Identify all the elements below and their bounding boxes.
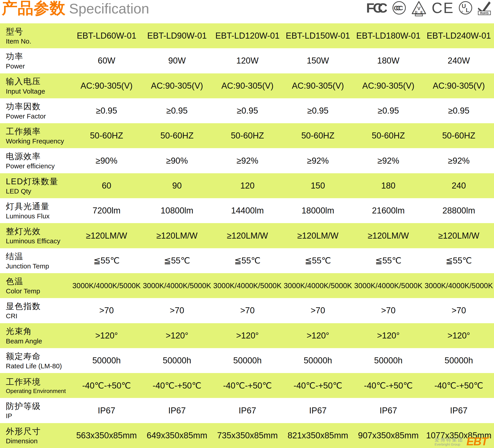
row-label-cn: 外形尺寸 <box>6 426 71 437</box>
spec-value-cell: AC:90-305(V) <box>353 81 424 91</box>
spec-value-cell: 50000h <box>142 356 212 365</box>
spec-value-cell: -40℃-+50℃ <box>283 381 353 391</box>
ul-icon: U L ® <box>458 1 472 16</box>
row-label: 电源效率Power efficiency <box>0 151 71 170</box>
spec-value-cell: 50000h <box>424 356 494 365</box>
row-label-en: Luminous Efficacy <box>6 237 71 245</box>
registered-mark: ® <box>488 435 490 439</box>
row-label-en: Working Frequency <box>6 137 71 145</box>
company-name-cn: 爱博特集团 <box>434 437 464 442</box>
spec-value-cell: 50-60HZ <box>424 131 494 141</box>
spec-value-cell: ≥120LM/W <box>424 231 494 241</box>
spec-table: 型号Item No.EBT-LD60W-01EBT-LD90W-01EBT-LD… <box>0 23 494 448</box>
spec-value-cell: >120° <box>142 331 212 341</box>
spec-value-cell: -40℃-+50℃ <box>424 381 494 391</box>
spec-value-cell: 50000h <box>71 356 142 365</box>
spec-value-cell: ≥0.95 <box>71 106 142 115</box>
spec-value-cell: EBT-LD90W-01 <box>142 31 212 41</box>
row-label-en: Dimension <box>6 437 71 445</box>
spec-value-cell: 60W <box>71 56 142 65</box>
spec-value-cell: EBT-LD120W-01 <box>212 31 283 41</box>
spec-value-cell: ≥0.95 <box>424 106 494 115</box>
spec-value-cell: ≥0.95 <box>212 106 283 115</box>
row-label-en: CRI <box>6 312 71 320</box>
spec-value-cell: ≦55℃ <box>283 256 353 266</box>
spec-value-cell: 735x350x85mm <box>212 431 283 440</box>
spec-value-cell: ≦55℃ <box>71 256 142 266</box>
svg-text:V: V <box>417 6 421 11</box>
row-label-cn: 光束角 <box>6 326 71 337</box>
page-header: 产品参数 Specification F C C C C C V D <box>0 0 494 23</box>
row-label-cn: 额定寿命 <box>6 351 71 362</box>
spec-value-cell: 50000h <box>353 356 424 365</box>
fcc-icon: F C C <box>366 1 387 15</box>
spec-value-cell: ≦55℃ <box>212 256 283 266</box>
spec-value-cell: EBT-LD180W-01 <box>353 31 424 41</box>
row-label: 额定寿命Rated Life (LM-80) <box>0 351 71 370</box>
row-label: 色温Color Temp <box>0 276 71 295</box>
spec-value-cell: 28800lm <box>424 206 494 216</box>
spec-value-cell: >120° <box>283 331 353 341</box>
row-label-cn: 功率 <box>6 51 71 62</box>
table-row: LED灯珠数量LED Qty6090120150180240 <box>0 173 494 198</box>
spec-value-cell: -40℃-+50℃ <box>212 381 283 391</box>
row-label-cn: LED灯珠数量 <box>6 176 71 187</box>
table-row: 防护等级IPIP67IP67IP67IP67IP67IP67 <box>0 398 494 423</box>
spec-value-cell: 907x350x85mm <box>353 431 424 440</box>
spec-value-cell: 14400lm <box>212 206 283 216</box>
table-row: 工作频率Working Frequency50-60HZ50-60HZ50-60… <box>0 123 494 148</box>
spec-value-cell: 21600lm <box>353 206 424 216</box>
spec-value-cell: ≥92% <box>424 156 494 166</box>
spec-value-cell: 3000K/4000K/5000K <box>424 282 494 290</box>
spec-value-cell: 3000K/4000K/5000K <box>283 282 353 290</box>
row-label-cn: 色温 <box>6 276 71 287</box>
spec-value-cell: EBT-LD60W-01 <box>71 31 142 41</box>
spec-value-cell: 3000K/4000K/5000K <box>142 282 212 290</box>
table-row: 额定寿命Rated Life (LM-80)50000h50000h50000h… <box>0 348 494 373</box>
company-name-en: Everbright Group <box>434 443 464 447</box>
spec-value-cell: 150W <box>283 56 353 65</box>
ce-icon: C E <box>432 1 453 15</box>
spec-value-cell: -40℃-+50℃ <box>71 381 142 391</box>
spec-value-cell: AC:90-305(V) <box>71 81 142 91</box>
row-label-cn: 整灯光效 <box>6 226 71 237</box>
table-row: 结温Junction Temp≦55℃≦55℃≦55℃≦55℃≦55℃≦55℃ <box>0 248 494 273</box>
spec-value-cell: ≥0.95 <box>142 106 212 115</box>
row-label: 型号Item No. <box>0 26 71 46</box>
svg-text:E: E <box>443 1 453 15</box>
row-label-en: Luminous Flux <box>6 212 71 220</box>
spec-value-cell: -40℃-+50℃ <box>142 381 212 391</box>
company-logo: 爱博特集团 Everbright Group EBT ® <box>434 437 490 447</box>
table-row: 光束角Beam Angle>120°>120°>120°>120°>120°>1… <box>0 323 494 348</box>
row-label-en: LED Qty <box>6 187 71 195</box>
spec-value-cell: -40℃-+50℃ <box>353 381 424 391</box>
row-label-en: Color Temp <box>6 287 71 295</box>
page-title: 产品参数 Specification <box>2 0 149 16</box>
spec-value-cell: ≥92% <box>283 156 353 166</box>
ebt-logo: EBT ® <box>466 437 490 447</box>
spec-value-cell: 120 <box>212 181 283 191</box>
spec-value-cell: 3000K/4000K/5000K <box>353 282 424 290</box>
row-label-cn: 工作环境 <box>6 377 71 387</box>
table-row: 灯具光通量Luminous Flux7200lm10800lm14400lm18… <box>0 198 494 223</box>
spec-value-cell: >70 <box>353 306 424 315</box>
spec-value-cell: 50-60HZ <box>212 131 283 141</box>
spec-value-cell: 180W <box>353 56 424 65</box>
row-label-cn: 功率因数 <box>6 101 71 112</box>
spec-value-cell: ≥120LM/W <box>71 231 142 241</box>
spec-value-cell: >70 <box>212 306 283 315</box>
spec-value-cell: 821x350x85mm <box>283 431 353 440</box>
company-name: 爱博特集团 Everbright Group <box>434 437 464 446</box>
spec-value-cell: ≥0.95 <box>353 106 424 115</box>
spec-value-cell: ≥92% <box>353 156 424 166</box>
svg-text:C: C <box>398 4 403 12</box>
spec-value-cell: 3000K/4000K/5000K <box>71 282 142 290</box>
row-label-en: IP <box>6 412 71 420</box>
spec-value-cell: >120° <box>71 331 142 341</box>
spec-value-cell: 180 <box>353 181 424 191</box>
spec-value-cell: IP67 <box>424 406 494 415</box>
spec-value-cell: AC:90-305(V) <box>283 81 353 91</box>
spec-value-cell: 649x350x85mm <box>142 431 212 440</box>
spec-value-cell: 563x350x85mm <box>71 431 142 440</box>
row-label: 功率Power <box>0 51 71 70</box>
